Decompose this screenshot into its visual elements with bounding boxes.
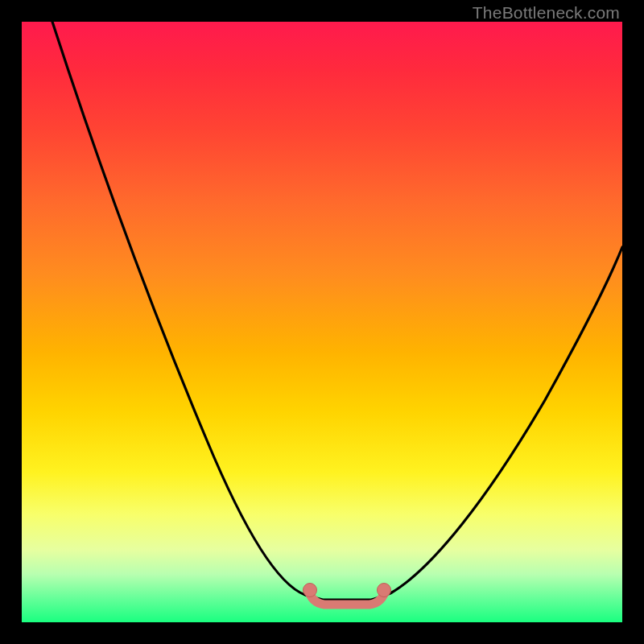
- watermark-text: TheBottleneck.com: [473, 3, 620, 23]
- curve-path: [52, 22, 622, 600]
- flat-segment: [308, 589, 386, 605]
- marker-left: [303, 584, 317, 597]
- marker-right: [378, 584, 391, 597]
- plot-area: [22, 22, 622, 622]
- chart-frame: TheBottleneck.com: [0, 0, 644, 644]
- bottleneck-curve: [22, 22, 622, 622]
